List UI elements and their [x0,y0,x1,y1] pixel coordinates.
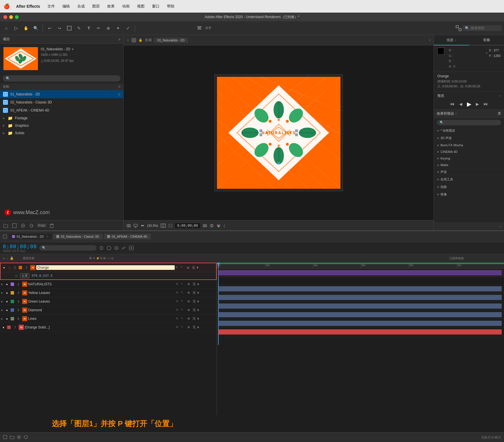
layer-5-visibility[interactable]: ● [5,308,9,312]
file-item-graphics[interactable]: ▶ 📁 Graphics [0,122,123,129]
file-item-1[interactable]: 01_Naturalists - 2D ⊞ [0,90,123,98]
display-button[interactable] [133,223,138,228]
exposure-button[interactable] [209,223,214,228]
toolbar-mask-button[interactable] [65,24,73,32]
menu-view[interactable]: 视图 [136,3,146,9]
toolbar-stamp-button[interactable]: ⊕ [104,24,112,32]
effect-cat-cinema4d[interactable]: ▶ CINEMA 4D [434,149,504,155]
panel-menu-icon[interactable]: ≡ [118,37,120,41]
comp-dropdown-arrow[interactable]: ▼ [71,48,74,51]
layer-7-pencil[interactable]: ✎ [181,325,185,329]
layer-2-color[interactable] [11,283,14,286]
toolbar-hand-button[interactable]: ✋ [22,24,30,32]
layer-7-link[interactable]: ⊕ [187,325,190,329]
layer-3-visibility[interactable]: ● [5,291,9,295]
menu-window[interactable]: 窗口 [151,3,161,9]
toolbar-select-button[interactable]: ▷ [12,24,20,32]
layer-3-pencil[interactable]: ✎ [181,291,185,295]
effects-search[interactable]: 🔍 [437,120,501,125]
folder-expand-icon-solids[interactable]: ▶ [3,132,5,134]
tl-motion-path-button[interactable] [24,435,28,440]
color-button[interactable] [216,223,221,228]
layer-2-link[interactable]: ⊕ [187,282,190,286]
project-thumbnail[interactable]: NATURALISTS [3,47,38,70]
layer-6-solo[interactable]: ⊕ [176,317,180,321]
graph-editor-button[interactable] [121,245,126,251]
timeline-search-input[interactable] [46,246,94,250]
comp-close-button[interactable]: ✕ [126,38,129,42]
menu-animation[interactable]: 动画 [121,3,131,9]
layer-2-expand[interactable]: ▶ [1,283,3,286]
zoom-display[interactable]: (33.3%) [147,224,158,227]
layer-7-parent-dropdown[interactable]: ▼ [197,326,200,329]
layer-7-color[interactable] [7,326,11,329]
effect-cat-distort[interactable]: ▶ 扭曲 [434,183,504,191]
layer-6-parent-dropdown[interactable]: ▼ [197,317,200,320]
effect-cat-channel[interactable]: ▶ 声道 [434,168,504,176]
effect-cat-matte[interactable]: ▶ Matte [434,162,504,168]
window-minimize-button[interactable] [9,15,13,19]
tab-info[interactable]: 信息 ≡ [434,35,469,45]
tl-settings-button[interactable] [17,435,21,440]
column-sort-icon[interactable]: ⊞ [118,85,120,88]
snapshot-button[interactable] [126,223,131,228]
timeline-bars[interactable]: 0s 02s 04s 06s 08s 10s [217,263,504,415]
toolbar-search[interactable]: 🔍 [463,25,502,31]
toolbar-align-button[interactable] [195,24,203,32]
layer-6-expand[interactable]: ▶ [1,317,3,320]
composition-timecode[interactable]: 0;00;00;00 [175,223,200,228]
import-button[interactable] [28,222,35,229]
layer-6-pencil[interactable]: ✎ [181,317,185,321]
layer-1-link-icon[interactable]: ⊕ [187,266,189,270]
layer-3-color[interactable] [11,291,14,295]
toolbar-puppet-button[interactable]: ✦ [114,24,122,32]
file-options-1[interactable]: ⊞ [118,93,120,96]
toolbar-undo-button[interactable]: ↩ [46,24,54,32]
toolbar-zoom-button[interactable]: 🔍 [32,24,40,32]
position-value[interactable]: 979.0,537.5 [32,274,53,278]
preview-button[interactable] [140,223,145,228]
layer-3-link[interactable]: ⊕ [187,291,190,295]
layer-4-visibility[interactable]: ● [5,299,9,304]
layer-3-row[interactable]: ▶ ● 3 Ai Yellow Leaves ⊕ ✎ ⊕ 无 ▼ [0,289,217,297]
project-search-input[interactable] [12,76,118,80]
menu-edit[interactable]: 编辑 [61,3,71,9]
comp-panel-menu[interactable]: ≡ [429,38,431,42]
file-item-3[interactable]: 03_APEAK - CINEMA 4D [0,106,123,114]
toolbar-shape-button[interactable]: ⤢ [124,24,132,32]
switch-mode-label[interactable]: 切换开关/模式 [481,435,501,440]
preview-last-button[interactable]: ⏭ [484,101,488,107]
layer-2-solo[interactable]: ⊕ [176,282,180,286]
app-name[interactable]: After Effects [15,3,41,9]
layer-5-expand[interactable]: ▶ [1,309,3,312]
playhead[interactable] [218,263,219,268]
layer-6-row[interactable]: ▶ ● 6 Ai Lines ⊕ ✎ ⊕ 无 ▼ [0,314,217,323]
layer-5-color[interactable] [11,308,14,312]
new-item-button[interactable] [20,222,26,229]
region-button[interactable] [168,224,173,228]
effect-cat-3d[interactable]: ▶ 3D 声道 [434,134,504,142]
effect-cat-keyer[interactable]: ▶ 抠像 [434,191,504,198]
layer-4-expand[interactable]: ▶ [1,300,3,303]
composition-view[interactable]: NATURALISTS [124,45,434,220]
tl-new-comp-button[interactable] [3,435,7,440]
timeline-expand-icon[interactable] [2,234,7,239]
toolbar-text-button[interactable]: T [85,24,93,32]
layer-1-solo[interactable]: ◌ [7,265,12,270]
info-menu-icon[interactable]: ≡ [455,39,457,42]
layer-6-link[interactable]: ⊕ [187,317,190,320]
render-button[interactable] [129,245,134,251]
layer-5-solo[interactable]: ⊕ [176,308,180,312]
layer-3-expand[interactable]: ▶ [1,291,3,294]
layer-4-link[interactable]: ⊕ [187,299,190,303]
menu-effects[interactable]: 效果 [106,3,116,9]
file-item-footage[interactable]: ▶ 📁 Footage [0,114,123,122]
motion-blur-button[interactable] [99,245,104,251]
window-close-button[interactable] [3,15,7,19]
layer-1-visibility[interactable]: ● [2,265,6,270]
preview-back-button[interactable]: ◀ [459,102,462,106]
effects-panel-expand[interactable]: ⤡ [499,225,502,228]
preview-menu-icon[interactable]: ≡ [499,94,501,97]
toolbar-brush-button[interactable]: ✏ [95,24,103,32]
tab-menu-1[interactable]: ≡ [47,235,48,238]
